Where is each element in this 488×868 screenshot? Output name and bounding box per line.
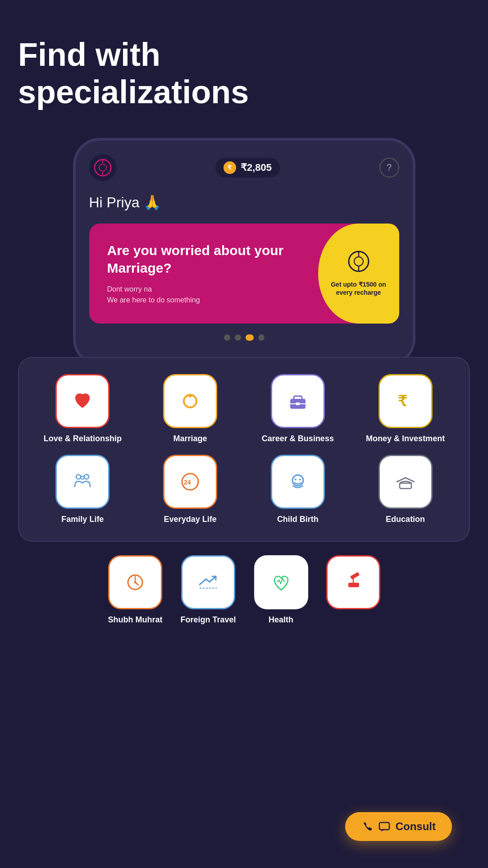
coin-balance-area: ₹ ₹2,805 [215, 158, 280, 178]
spec-item-love[interactable]: Love & Relationship [32, 374, 133, 444]
marriage-icon-box [163, 374, 217, 428]
dot-2[interactable] [235, 334, 241, 341]
love-icon-box [55, 374, 109, 428]
everyday-icon-box: 24 [163, 455, 217, 509]
chat-icon [379, 821, 390, 832]
foreign-icon-box [181, 555, 235, 609]
banner-subtitle-1: Dont worry na [107, 284, 309, 295]
svg-text:24: 24 [184, 479, 191, 486]
svg-rect-30 [348, 583, 359, 587]
spec-item-shubh[interactable]: Shubh Muhrat [108, 555, 162, 625]
bottom-partial-row: Shubh Muhrat Foreign Travel Health [18, 555, 470, 625]
education-icon-box [379, 455, 433, 509]
spec-item-everyday[interactable]: 24 Everyday Life [140, 455, 241, 525]
money-icon-box: ₹ [379, 374, 433, 428]
page-wrapper: Find with specializations ₹ ₹2,805 [0, 0, 488, 868]
svg-point-21 [295, 479, 296, 480]
spec-item-foreign[interactable]: Foreign Travel [180, 555, 236, 625]
svg-point-17 [81, 476, 84, 479]
dot-3[interactable] [246, 334, 254, 341]
childbirth-label: Child Birth [277, 514, 319, 525]
legal-icon-box [326, 555, 380, 609]
spec-item-marriage[interactable]: Marriage [140, 374, 241, 444]
svg-text:₹: ₹ [398, 393, 407, 409]
spec-item-education[interactable]: Education [355, 455, 456, 525]
banner-left: Are you worried about your Marriage? Don… [107, 242, 309, 306]
education-label: Education [386, 514, 425, 525]
family-icon-box [55, 455, 109, 509]
dot-4[interactable] [258, 334, 265, 341]
svg-rect-13 [296, 402, 300, 405]
svg-point-22 [299, 479, 301, 480]
coin-icon: ₹ [223, 161, 236, 174]
everyday-label: Everyday Life [164, 514, 217, 525]
money-label: Money & Investment [366, 434, 445, 444]
career-label: Career & Business [262, 434, 334, 444]
svg-rect-23 [400, 483, 411, 489]
childbirth-icon-box [271, 455, 325, 509]
banner-promo-text: Get upto ₹1500 on every recharge [327, 280, 390, 297]
family-label: Family Life [61, 514, 104, 525]
specialization-card: Love & Relationship Marriage [18, 357, 470, 542]
svg-rect-29 [350, 572, 360, 580]
dot-1[interactable] [224, 334, 230, 341]
svg-point-15 [76, 475, 81, 479]
greeting-text: Hi Priya 🙏 [89, 194, 399, 211]
top-bar: ₹ ₹2,805 ? [89, 154, 399, 181]
phone-mock: ₹ ₹2,805 ? Hi Priya 🙏 Are you worried ab… [73, 138, 415, 366]
health-icon-box [254, 555, 308, 609]
banner-subtitle-2: We are here to do something [107, 295, 309, 306]
marriage-label: Marriage [173, 434, 207, 444]
spec-item-career[interactable]: Career & Business [248, 374, 348, 444]
svg-point-5 [354, 257, 363, 266]
page-title: Find with specializations [18, 36, 288, 111]
phone-call-icon [361, 821, 373, 832]
consult-fab-button[interactable]: Consult [345, 812, 452, 841]
shubh-icon-box [108, 555, 162, 609]
svg-point-1 [99, 164, 106, 171]
app-logo-icon[interactable] [89, 154, 116, 181]
spec-item-health[interactable]: Health [254, 555, 308, 625]
svg-rect-32 [379, 822, 389, 830]
spec-item-money[interactable]: ₹ Money & Investment [355, 374, 456, 444]
banner-logo [347, 250, 370, 277]
spec-item-legal[interactable] [326, 555, 380, 625]
love-label: Love & Relationship [44, 434, 122, 444]
career-icon-box [271, 374, 325, 428]
foreign-label: Foreign Travel [180, 615, 236, 625]
svg-point-27 [134, 581, 136, 584]
banner-right: Get upto ₹1500 on every recharge [318, 224, 399, 324]
promo-banner[interactable]: Are you worried about your Marriage? Don… [89, 224, 399, 324]
banner-title: Are you worried about your Marriage? [107, 242, 309, 277]
spec-item-childbirth[interactable]: Child Birth [248, 455, 348, 525]
spec-grid: Love & Relationship Marriage [32, 374, 456, 525]
svg-rect-11 [294, 396, 302, 400]
coin-amount: ₹2,805 [241, 162, 272, 174]
svg-point-16 [84, 475, 89, 479]
help-icon[interactable]: ? [379, 158, 399, 178]
spec-item-family[interactable]: Family Life [32, 455, 133, 525]
carousel-dots [89, 334, 399, 341]
consult-label: Consult [396, 820, 436, 833]
health-label: Health [269, 615, 293, 625]
shubh-label: Shubh Muhrat [108, 615, 162, 625]
